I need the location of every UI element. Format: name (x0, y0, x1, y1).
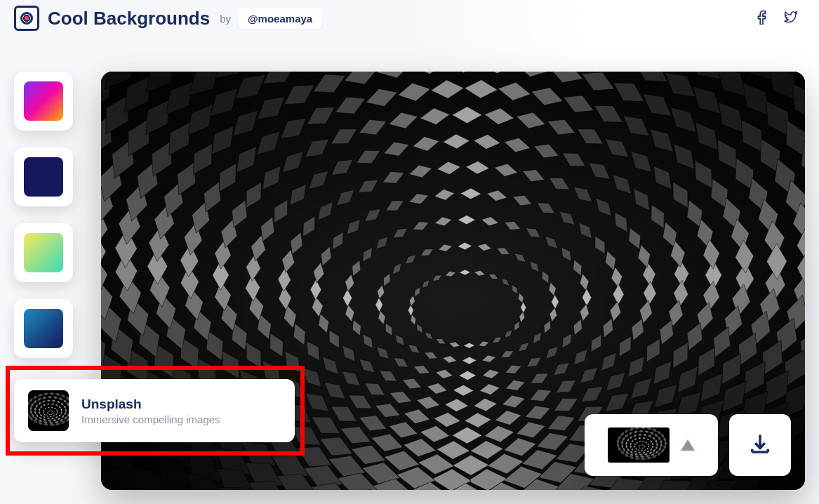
social-links (754, 9, 805, 27)
author-chip[interactable]: @moeamaya (238, 8, 322, 29)
header: Cool Backgrounds by @moeamaya (0, 0, 819, 37)
download-button[interactable] (729, 414, 791, 476)
image-picker-button[interactable] (585, 414, 718, 476)
source-title: Unsplash (81, 397, 220, 412)
source-subtitle: Immersive compelling images (81, 413, 220, 425)
chevron-up-icon (681, 439, 695, 451)
twitter-icon[interactable] (783, 9, 798, 27)
current-image-thumb (608, 427, 670, 463)
palette-swatch-lime-teal[interactable] (14, 223, 73, 282)
palette-swatch-sunset[interactable] (14, 72, 73, 131)
logo-icon[interactable] (14, 6, 39, 31)
facebook-icon[interactable] (754, 9, 770, 27)
download-icon (748, 433, 772, 457)
by-label: by (220, 13, 231, 25)
palette-swatch-blue-navy[interactable] (14, 299, 73, 358)
source-card-unsplash[interactable]: Unsplash Immersive compelling images (14, 379, 295, 442)
source-thumb (28, 390, 69, 431)
site-title: Cool Backgrounds (48, 8, 210, 29)
palette-swatch-navy[interactable] (14, 147, 73, 206)
